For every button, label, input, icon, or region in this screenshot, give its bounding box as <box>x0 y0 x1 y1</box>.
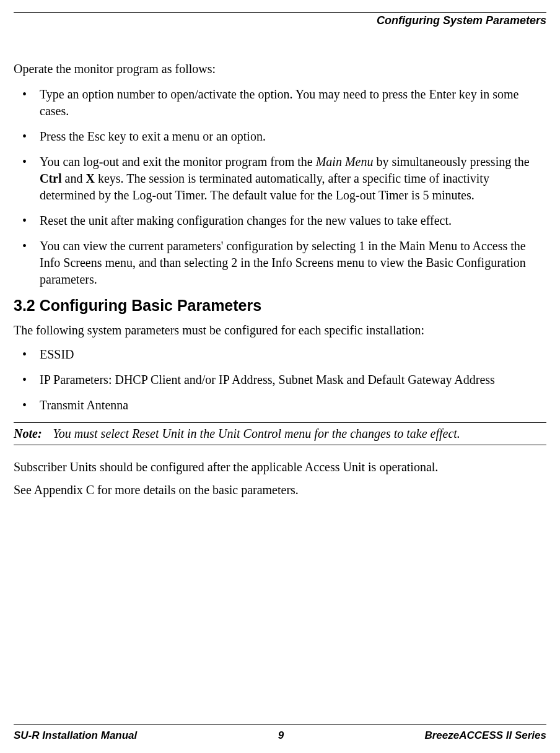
closing-paragraph-2: See Appendix C for more details on the b… <box>14 482 546 498</box>
text-segment: Ctrl <box>40 172 62 185</box>
header-rule <box>14 12 546 13</box>
operate-bullet-list: Type an option number to open/activate t… <box>14 86 546 288</box>
list-item: You can view the current parameters' con… <box>14 238 546 288</box>
text-segment: Reset the unit after making configuratio… <box>40 214 452 227</box>
list-item: Type an option number to open/activate t… <box>14 86 546 120</box>
list-item: ESSID <box>14 346 546 363</box>
text-segment: keys. The session is terminated automati… <box>40 172 489 202</box>
list-item: IP Parameters: DHCP Client and/or IP Add… <box>14 372 546 388</box>
text-segment: and <box>62 172 86 185</box>
text-segment: Press the Esc key to exit a menu or an o… <box>40 129 266 143</box>
section-heading: 3.2 Configuring Basic Parameters <box>14 297 546 315</box>
closing-paragraph-1: Subscriber Units should be configured af… <box>14 459 546 476</box>
page-content: Operate the monitor program as follows: … <box>14 62 546 724</box>
list-item: Reset the unit after making configuratio… <box>14 212 546 229</box>
text-segment: You can log-out and exit the monitor pro… <box>40 155 316 168</box>
text-segment: Type an option number to open/activate t… <box>40 87 518 118</box>
page-footer: SU-R Installation Manual 9 BreezeACCESS … <box>14 724 546 742</box>
text-segment: by simultaneously pressing the <box>373 155 529 168</box>
intro-paragraph: Operate the monitor program as follows: <box>14 62 546 76</box>
note-label: Note: <box>14 427 53 440</box>
note-text: You must select Reset Unit in the Unit C… <box>53 427 460 440</box>
list-item: Press the Esc key to exit a menu or an o… <box>14 128 546 145</box>
note-box: Note:You must select Reset Unit in the U… <box>14 422 546 445</box>
footer-page-number: 9 <box>278 729 284 742</box>
parameter-bullet-list: ESSIDIP Parameters: DHCP Client and/or I… <box>14 346 546 414</box>
footer-right: BreezeACCESS II Series <box>424 729 546 742</box>
text-segment: Main Menu <box>316 155 374 168</box>
footer-left: SU-R Installation Manual <box>14 729 137 742</box>
list-item: Transmit Antenna <box>14 397 546 414</box>
list-item: You can log-out and exit the monitor pro… <box>14 154 546 204</box>
page-header-title: Configuring System Parameters <box>14 14 546 27</box>
text-segment: X <box>85 172 94 185</box>
section-lead: The following system parameters must be … <box>14 323 546 337</box>
text-segment: You can view the current parameters' con… <box>40 239 526 286</box>
